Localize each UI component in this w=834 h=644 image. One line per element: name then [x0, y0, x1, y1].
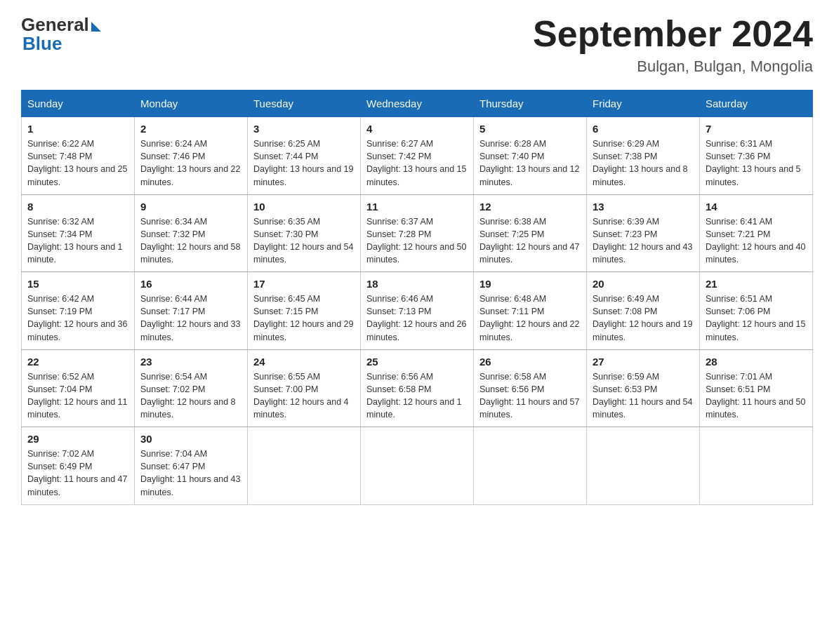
day-info: Sunrise: 6:31 AMSunset: 7:36 PMDaylight:… — [706, 139, 801, 187]
calendar-cell — [361, 427, 474, 505]
day-info: Sunrise: 6:59 AMSunset: 6:53 PMDaylight:… — [593, 372, 692, 420]
logo-arrow-icon — [91, 22, 101, 32]
calendar-cell — [587, 427, 700, 505]
day-info: Sunrise: 6:35 AMSunset: 7:30 PMDaylight:… — [253, 217, 353, 264]
day-info: Sunrise: 6:55 AMSunset: 7:00 PMDaylight:… — [253, 372, 349, 420]
day-info: Sunrise: 6:39 AMSunset: 7:23 PMDaylight:… — [593, 217, 692, 264]
calendar-cell: 21 Sunrise: 6:51 AMSunset: 7:06 PMDaylig… — [700, 272, 813, 350]
calendar-cell: 29 Sunrise: 7:02 AMSunset: 6:49 PMDaylig… — [22, 427, 135, 505]
month-title: September 2024 — [533, 14, 813, 54]
day-info: Sunrise: 6:37 AMSunset: 7:28 PMDaylight:… — [366, 217, 466, 264]
day-info: Sunrise: 6:56 AMSunset: 6:58 PMDaylight:… — [366, 372, 462, 420]
day-info: Sunrise: 6:27 AMSunset: 7:42 PMDaylight:… — [366, 139, 466, 187]
calendar-cell: 1 Sunrise: 6:22 AMSunset: 7:48 PMDayligh… — [22, 117, 135, 195]
day-number: 16 — [140, 278, 241, 290]
day-number: 28 — [706, 356, 807, 368]
day-info: Sunrise: 6:22 AMSunset: 7:48 PMDaylight:… — [27, 139, 127, 187]
day-number: 10 — [253, 201, 355, 213]
calendar-cell: 2 Sunrise: 6:24 AMSunset: 7:46 PMDayligh… — [135, 117, 248, 195]
calendar-cell: 24 Sunrise: 6:55 AMSunset: 7:00 PMDaylig… — [248, 349, 361, 427]
calendar-cell: 23 Sunrise: 6:54 AMSunset: 7:02 PMDaylig… — [135, 349, 248, 427]
header-cell-saturday: Saturday — [700, 90, 813, 117]
day-info: Sunrise: 6:58 AMSunset: 6:56 PMDaylight:… — [479, 372, 579, 420]
day-info: Sunrise: 6:29 AMSunset: 7:38 PMDaylight:… — [593, 139, 688, 187]
calendar-cell: 11 Sunrise: 6:37 AMSunset: 7:28 PMDaylig… — [361, 194, 474, 272]
day-number: 19 — [479, 278, 581, 290]
calendar-cell — [248, 427, 361, 505]
calendar-week-row: 29 Sunrise: 7:02 AMSunset: 6:49 PMDaylig… — [22, 427, 813, 505]
day-number: 15 — [27, 278, 128, 290]
day-number: 18 — [366, 278, 468, 290]
header-cell-friday: Friday — [587, 90, 700, 117]
day-info: Sunrise: 7:04 AMSunset: 6:47 PMDaylight:… — [140, 449, 240, 497]
day-info: Sunrise: 6:52 AMSunset: 7:04 PMDaylight:… — [27, 372, 127, 420]
day-number: 8 — [27, 201, 128, 213]
title-block: September 2024 Bulgan, Bulgan, Mongolia — [533, 14, 813, 76]
calendar-week-row: 1 Sunrise: 6:22 AMSunset: 7:48 PMDayligh… — [22, 117, 813, 195]
day-number: 26 — [479, 356, 581, 368]
calendar-cell — [474, 427, 587, 505]
calendar-cell: 6 Sunrise: 6:29 AMSunset: 7:38 PMDayligh… — [587, 117, 700, 195]
calendar-week-row: 8 Sunrise: 6:32 AMSunset: 7:34 PMDayligh… — [22, 194, 813, 272]
calendar-cell: 10 Sunrise: 6:35 AMSunset: 7:30 PMDaylig… — [248, 194, 361, 272]
day-number: 3 — [253, 123, 355, 135]
day-number: 6 — [593, 123, 694, 135]
day-info: Sunrise: 6:48 AMSunset: 7:11 PMDaylight:… — [479, 294, 579, 342]
day-number: 7 — [706, 123, 807, 135]
logo: General Blue — [21, 14, 101, 55]
calendar-cell: 19 Sunrise: 6:48 AMSunset: 7:11 PMDaylig… — [474, 272, 587, 350]
day-number: 13 — [593, 201, 694, 213]
calendar-cell: 7 Sunrise: 6:31 AMSunset: 7:36 PMDayligh… — [700, 117, 813, 195]
calendar-header-row: SundayMondayTuesdayWednesdayThursdayFrid… — [22, 90, 813, 117]
calendar-cell: 16 Sunrise: 6:44 AMSunset: 7:17 PMDaylig… — [135, 272, 248, 350]
calendar-cell: 17 Sunrise: 6:45 AMSunset: 7:15 PMDaylig… — [248, 272, 361, 350]
location-title: Bulgan, Bulgan, Mongolia — [533, 58, 813, 76]
day-number: 23 — [140, 356, 241, 368]
day-info: Sunrise: 6:28 AMSunset: 7:40 PMDaylight:… — [479, 139, 579, 187]
day-number: 30 — [140, 433, 241, 445]
calendar-cell: 26 Sunrise: 6:58 AMSunset: 6:56 PMDaylig… — [474, 349, 587, 427]
day-number: 20 — [593, 278, 694, 290]
header-cell-thursday: Thursday — [474, 90, 587, 117]
calendar-cell: 12 Sunrise: 6:38 AMSunset: 7:25 PMDaylig… — [474, 194, 587, 272]
calendar-cell: 9 Sunrise: 6:34 AMSunset: 7:32 PMDayligh… — [135, 194, 248, 272]
day-info: Sunrise: 6:41 AMSunset: 7:21 PMDaylight:… — [706, 217, 805, 264]
day-info: Sunrise: 6:24 AMSunset: 7:46 PMDaylight:… — [140, 139, 240, 187]
calendar-cell: 15 Sunrise: 6:42 AMSunset: 7:19 PMDaylig… — [22, 272, 135, 350]
calendar-cell: 30 Sunrise: 7:04 AMSunset: 6:47 PMDaylig… — [135, 427, 248, 505]
day-info: Sunrise: 7:02 AMSunset: 6:49 PMDaylight:… — [27, 449, 127, 497]
day-info: Sunrise: 6:51 AMSunset: 7:06 PMDaylight:… — [706, 294, 805, 342]
calendar-week-row: 15 Sunrise: 6:42 AMSunset: 7:19 PMDaylig… — [22, 272, 813, 350]
header-cell-sunday: Sunday — [22, 90, 135, 117]
calendar-cell: 25 Sunrise: 6:56 AMSunset: 6:58 PMDaylig… — [361, 349, 474, 427]
calendar-cell: 27 Sunrise: 6:59 AMSunset: 6:53 PMDaylig… — [587, 349, 700, 427]
day-number: 29 — [27, 433, 128, 445]
page-header: General Blue September 2024 Bulgan, Bulg… — [21, 14, 813, 76]
calendar-cell: 14 Sunrise: 6:41 AMSunset: 7:21 PMDaylig… — [700, 194, 813, 272]
header-cell-wednesday: Wednesday — [361, 90, 474, 117]
day-info: Sunrise: 7:01 AMSunset: 6:51 PMDaylight:… — [706, 372, 805, 420]
day-number: 14 — [706, 201, 807, 213]
day-number: 5 — [479, 123, 581, 135]
day-info: Sunrise: 6:44 AMSunset: 7:17 PMDaylight:… — [140, 294, 240, 342]
day-number: 11 — [366, 201, 468, 213]
calendar-cell: 20 Sunrise: 6:49 AMSunset: 7:08 PMDaylig… — [587, 272, 700, 350]
day-info: Sunrise: 6:32 AMSunset: 7:34 PMDaylight:… — [27, 217, 123, 264]
day-info: Sunrise: 6:34 AMSunset: 7:32 PMDaylight:… — [140, 217, 240, 264]
calendar-table: SundayMondayTuesdayWednesdayThursdayFrid… — [21, 90, 813, 505]
header-cell-monday: Monday — [135, 90, 248, 117]
calendar-cell: 13 Sunrise: 6:39 AMSunset: 7:23 PMDaylig… — [587, 194, 700, 272]
day-number: 27 — [593, 356, 694, 368]
logo-blue-text: Blue — [21, 33, 62, 55]
day-info: Sunrise: 6:46 AMSunset: 7:13 PMDaylight:… — [366, 294, 466, 342]
calendar-cell: 3 Sunrise: 6:25 AMSunset: 7:44 PMDayligh… — [248, 117, 361, 195]
calendar-cell: 5 Sunrise: 6:28 AMSunset: 7:40 PMDayligh… — [474, 117, 587, 195]
day-number: 25 — [366, 356, 468, 368]
day-number: 21 — [706, 278, 807, 290]
calendar-cell: 8 Sunrise: 6:32 AMSunset: 7:34 PMDayligh… — [22, 194, 135, 272]
day-number: 9 — [140, 201, 241, 213]
calendar-cell — [700, 427, 813, 505]
calendar-cell: 22 Sunrise: 6:52 AMSunset: 7:04 PMDaylig… — [22, 349, 135, 427]
day-number: 4 — [366, 123, 468, 135]
calendar-cell: 18 Sunrise: 6:46 AMSunset: 7:13 PMDaylig… — [361, 272, 474, 350]
